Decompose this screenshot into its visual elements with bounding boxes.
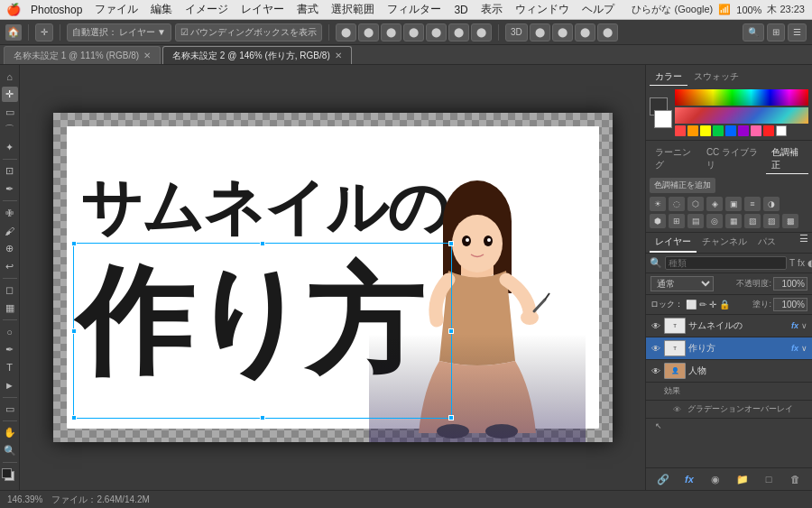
tab-2[interactable]: 名称未設定 2 @ 146% (作り方, RGB/8) ✕ [162, 46, 352, 64]
3d-rotate[interactable]: 3D [505, 23, 528, 42]
eyedropper-tool[interactable]: ✒ [2, 181, 18, 198]
adj-posterize[interactable]: ▦ [725, 214, 742, 228]
canvas-area[interactable]: サムネイルの 作り方 [20, 65, 645, 490]
menu-help[interactable]: ヘルプ [577, 0, 620, 19]
swatch-purple[interactable] [738, 125, 749, 136]
3d-btn-4[interactable]: ⬤ [575, 23, 595, 42]
menu-3d[interactable]: 3D [448, 2, 473, 18]
tab-paths[interactable]: パス [752, 233, 781, 253]
bounding-box-checkbox[interactable]: ☑ バウンディングボックスを表示 [175, 23, 322, 42]
history-brush-tool[interactable]: ↩ [2, 258, 18, 274]
tab-cc-libraries[interactable]: CC ライブラリ [701, 144, 765, 174]
tab-color-adjust[interactable]: 色調補正 [766, 144, 808, 174]
add-mask-btn[interactable]: ◉ [707, 472, 724, 486]
lasso-tool[interactable]: ⌒ [2, 122, 18, 138]
add-style-btn[interactable]: fx [681, 472, 697, 486]
filter-icon-T[interactable]: T [789, 258, 795, 268]
search-btn[interactable]: 🔍 [743, 23, 764, 42]
swatch-blue[interactable] [725, 125, 736, 136]
move-tool-option[interactable]: ✛ [35, 23, 53, 42]
layer-fx-subtitle[interactable]: fx [791, 321, 798, 330]
gradient-tool[interactable]: ▦ [2, 300, 18, 316]
workspace-btn[interactable]: ☰ [788, 23, 807, 42]
tab-swatches[interactable]: スウォッチ [688, 69, 744, 86]
adj-curves[interactable]: ◌ [669, 197, 685, 211]
3d-btn-3[interactable]: ⬤ [552, 23, 573, 42]
opacity-input[interactable] [773, 277, 807, 291]
swatch-pink[interactable] [751, 125, 761, 136]
lock-transparent-icon[interactable]: ⬜ [686, 300, 697, 309]
brush-tool[interactable]: 🖌 [2, 223, 18, 239]
menu-type[interactable]: 書式 [291, 0, 324, 19]
menu-window[interactable]: ウィンドウ [510, 0, 575, 19]
adj-threshold[interactable]: ▧ [744, 214, 761, 228]
layer-gradient-overlay[interactable]: 👁 グラデーションオーバーレイ [646, 401, 812, 419]
layers-menu-btn[interactable]: ☰ [799, 233, 808, 253]
arrange-btn[interactable]: ⊞ [767, 23, 785, 42]
menu-layer[interactable]: レイヤー [235, 0, 290, 19]
eraser-tool[interactable]: ◻ [2, 282, 18, 299]
swatch-red2[interactable] [763, 125, 774, 136]
path-tool[interactable]: ► [2, 377, 18, 393]
type-tool[interactable]: T [2, 359, 18, 375]
home-tool[interactable]: ⌂ [2, 69, 18, 85]
adj-exposure[interactable]: ⬡ [687, 197, 704, 211]
selection-tool[interactable]: ▭ [2, 104, 18, 120]
input-method-indicator[interactable]: ひらがな (Google) [632, 3, 713, 16]
blend-mode-select[interactable]: 通常 [651, 276, 714, 291]
new-layer-btn[interactable]: □ [761, 472, 777, 486]
tab-1-close[interactable]: ✕ [143, 51, 151, 60]
layer-vis-subtitle[interactable]: 👁 [651, 320, 661, 331]
adj-photo-filter[interactable]: ⬢ [650, 214, 666, 228]
align-middle[interactable]: ⬤ [448, 23, 469, 42]
filter-icon-adj[interactable]: ◐ [807, 258, 812, 268]
layer-item-person[interactable]: 👁 👤 人物 [646, 360, 812, 383]
layer-chevron-subtitle[interactable]: ∨ [801, 321, 807, 330]
tab-2-close[interactable]: ✕ [335, 51, 342, 60]
menu-select[interactable]: 選択範囲 [326, 0, 380, 19]
clone-tool[interactable]: ⊕ [2, 241, 18, 257]
move-tool[interactable]: ✛ [2, 87, 18, 103]
link-layers-btn[interactable]: 🔗 [655, 472, 671, 486]
align-left[interactable]: ⬤ [336, 23, 356, 42]
tab-color[interactable]: カラー [650, 69, 687, 86]
lock-all-icon[interactable]: 🔒 [719, 300, 730, 309]
adj-colorbalance[interactable]: ≡ [744, 197, 761, 211]
delete-layer-btn[interactable]: 🗑 [787, 472, 803, 486]
layer-fx-title[interactable]: fx [791, 344, 798, 353]
adj-color-lookup[interactable]: ▤ [687, 214, 704, 228]
pen-tool[interactable]: ✒ [2, 342, 18, 358]
hand-tool[interactable]: ✋ [2, 425, 18, 441]
menu-file[interactable]: ファイル [89, 0, 143, 19]
tab-layers[interactable]: レイヤー [650, 233, 697, 253]
layer-vis-person[interactable]: 👁 [651, 365, 661, 376]
distribute[interactable]: ⬤ [403, 23, 424, 42]
color-spectrum-1[interactable] [675, 89, 808, 106]
tab-channels[interactable]: チャンネル [697, 233, 752, 253]
swatch-red[interactable] [675, 125, 686, 136]
heal-tool[interactable]: ✙ [2, 205, 18, 221]
menu-filter[interactable]: フィルター [382, 0, 447, 19]
new-group-btn[interactable]: 📁 [734, 472, 751, 486]
align-center[interactable]: ⬤ [358, 23, 379, 42]
crop-tool[interactable]: ⊡ [2, 163, 18, 180]
menu-image[interactable]: イメージ [180, 0, 234, 19]
adj-bw[interactable]: ◑ [763, 197, 780, 211]
align-right[interactable]: ⬤ [381, 23, 401, 42]
adj-gradient-map[interactable]: ▨ [763, 214, 780, 228]
magic-wand-tool[interactable]: ✦ [2, 140, 18, 156]
foreground-bg-colors[interactable] [2, 468, 18, 485]
menu-view[interactable]: 表示 [475, 0, 508, 19]
swatch-green[interactable] [713, 125, 724, 136]
layers-search-input[interactable] [665, 256, 787, 270]
swatch-orange[interactable] [687, 125, 698, 136]
dodge-tool[interactable]: ○ [2, 324, 18, 340]
3d-btn-2[interactable]: ⬤ [530, 23, 550, 42]
adj-hsl[interactable]: ▣ [725, 197, 742, 211]
home-button[interactable]: 🏠 [5, 24, 22, 41]
swatch-white[interactable] [776, 125, 787, 136]
zoom-tool[interactable]: 🔍 [2, 443, 18, 459]
lock-position-icon[interactable]: ✛ [709, 300, 716, 309]
layer-chevron-title[interactable]: ∨ [801, 344, 807, 353]
adj-selective-color[interactable]: ▩ [782, 214, 798, 228]
